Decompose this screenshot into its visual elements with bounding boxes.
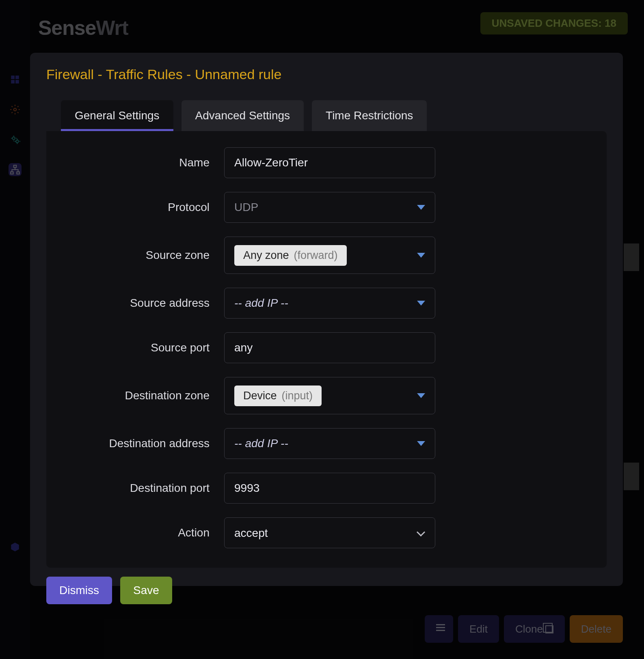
dst-zone-chip: Device (input)	[234, 385, 322, 406]
src-addr-label: Source address	[66, 297, 224, 310]
dst-port-label: Destination port	[66, 482, 224, 495]
chevron-down-icon	[417, 253, 425, 258]
modal-footer: Dismiss Save	[46, 577, 607, 604]
chevron-down-icon	[417, 441, 425, 446]
dst-addr-select[interactable]: -- add IP --	[224, 428, 435, 459]
name-input[interactable]	[234, 156, 425, 169]
chevron-down-icon	[417, 205, 425, 210]
tab-time[interactable]: Time Restrictions	[312, 100, 427, 131]
dst-zone-select[interactable]: Device (input)	[224, 377, 435, 414]
dst-zone-label: Destination zone	[66, 389, 224, 402]
dst-zone-hint: (input)	[282, 390, 313, 402]
protocol-value: UDP	[234, 201, 258, 214]
chevron-down-icon	[417, 529, 424, 536]
name-label: Name	[66, 156, 224, 169]
protocol-select[interactable]: UDP	[224, 192, 435, 223]
src-zone-chip-text: Any zone	[243, 249, 289, 262]
general-panel: Name Protocol UDP Source zone Any zone (…	[46, 131, 607, 568]
src-zone-chip: Any zone (forward)	[234, 245, 347, 266]
modal-title: Firewall - Traffic Rules - Unnamed rule	[46, 67, 607, 82]
src-port-label: Source port	[66, 341, 224, 354]
save-button[interactable]: Save	[120, 577, 172, 604]
tab-general[interactable]: General Settings	[61, 100, 173, 131]
action-select-wrap: accept	[224, 517, 435, 548]
dismiss-button[interactable]: Dismiss	[46, 577, 112, 604]
name-input-wrap	[224, 147, 435, 178]
tab-advanced[interactable]: Advanced Settings	[182, 100, 304, 131]
src-addr-select[interactable]: -- add IP --	[224, 288, 435, 319]
chevron-down-icon	[417, 301, 425, 306]
src-port-input-wrap	[224, 332, 435, 363]
src-port-input[interactable]	[234, 341, 425, 354]
rule-modal: Firewall - Traffic Rules - Unnamed rule …	[30, 53, 623, 586]
src-zone-label: Source zone	[66, 249, 224, 262]
action-label: Action	[66, 526, 224, 539]
dst-addr-label: Destination address	[66, 437, 224, 450]
dst-port-input-wrap	[224, 473, 435, 504]
src-zone-select[interactable]: Any zone (forward)	[224, 237, 435, 274]
src-addr-placeholder: -- add IP --	[234, 297, 288, 310]
chevron-down-icon	[417, 393, 425, 398]
dst-zone-chip-text: Device	[243, 390, 277, 402]
action-select[interactable]: accept	[234, 527, 413, 539]
modal-tabs: General Settings Advanced Settings Time …	[61, 100, 607, 131]
src-zone-hint: (forward)	[294, 249, 338, 262]
dst-port-input[interactable]	[234, 482, 425, 495]
protocol-label: Protocol	[66, 201, 224, 214]
dst-addr-placeholder: -- add IP --	[234, 437, 288, 450]
